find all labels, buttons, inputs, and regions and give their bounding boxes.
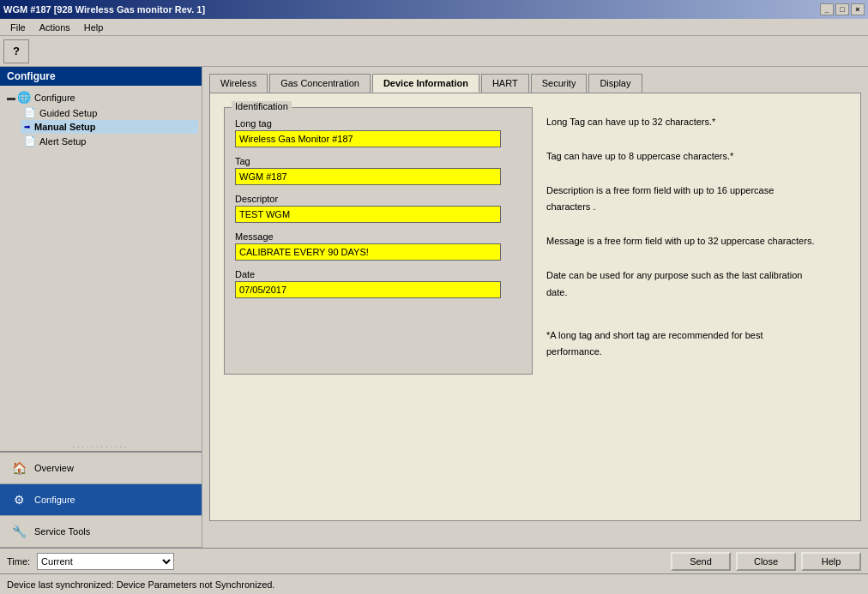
menu-bar: File Actions Help (0, 19, 868, 36)
close-button[interactable]: Close (736, 552, 796, 571)
long-tag-label: Long tag (235, 118, 521, 129)
maximize-btn[interactable]: □ (835, 3, 849, 15)
sidebar-tree: ▬ 🌐 Configure 📄 Guided Setup ➡ Manual Se… (0, 86, 202, 439)
tree-guided-setup-label: Guided Setup (39, 108, 97, 118)
bottom-bar: Time: Current Send Close Help (0, 548, 868, 573)
tree-expand-icon: ▬ (7, 93, 15, 102)
window-controls[interactable]: _ □ × (820, 3, 865, 15)
time-label: Time: (7, 556, 30, 567)
main-container: Configure ▬ 🌐 Configure 📄 Guided Setup ➡… (0, 67, 868, 548)
time-select[interactable]: Current (37, 553, 174, 570)
tab-wireless[interactable]: Wireless (209, 74, 268, 93)
tab-bar: Wireless Gas Concentration Device Inform… (209, 74, 861, 93)
menu-help[interactable]: Help (77, 21, 111, 34)
help-long-tag: Long Tag can have up to 32 characters.* (546, 114, 816, 131)
tree-manual-setup[interactable]: ➡ Manual Setup (21, 120, 198, 134)
tab-panel-device-info: Identification Long tag Tag Descriptor (209, 93, 861, 521)
minimize-btn[interactable]: _ (820, 3, 834, 15)
sidebar: Configure ▬ 🌐 Configure 📄 Guided Setup ➡… (0, 67, 202, 548)
tree-root[interactable]: ▬ 🌐 Configure (3, 89, 198, 105)
help-text-area: Long Tag can have up to 32 characters.* … (533, 107, 829, 385)
help-date: Date can be used for any purpose such as… (546, 267, 816, 302)
message-row: Message (235, 231, 521, 261)
message-input[interactable] (235, 243, 501, 261)
help-tag: Tag can have up to 8 uppercase character… (546, 148, 816, 165)
help-descriptor: Description is a free form field with up… (546, 183, 816, 217)
menu-actions[interactable]: Actions (33, 21, 77, 34)
toolbar: ? (0, 36, 868, 67)
group-box-title: Identification (232, 101, 292, 111)
date-label: Date (235, 269, 521, 279)
tab-hart[interactable]: HART (481, 74, 529, 93)
long-tag-input[interactable] (235, 130, 501, 147)
tag-row: Tag (235, 156, 521, 185)
tree-children: 📄 Guided Setup ➡ Manual Setup 📄 Alert Se… (3, 105, 198, 148)
bottom-buttons: Send Close Help (671, 552, 861, 571)
tab-device-information[interactable]: Device Information (372, 74, 479, 93)
descriptor-row: Descriptor (235, 194, 521, 223)
tree-guided-setup[interactable]: 📄 Guided Setup (21, 105, 198, 120)
tree-root-label: Configure (34, 93, 75, 103)
status-text: Device last synchronized: Device Paramet… (7, 579, 274, 590)
date-row: Date (235, 269, 521, 298)
sidebar-nav: 🏠 Overview ⚙ Configure 🔧 Service Tools (0, 451, 202, 548)
sidebar-nav-configure[interactable]: ⚙ Configure (0, 484, 202, 516)
window-title: WGM #187 [928 Wireless Gas monitor Rev. … (3, 4, 205, 15)
menu-file[interactable]: File (3, 21, 33, 34)
help-note: *A long tag and short tag are recommende… (546, 327, 816, 362)
nav-configure-label: Configure (34, 495, 75, 505)
help-toolbar-btn[interactable]: ? (3, 39, 29, 63)
nav-overview-label: Overview (34, 463, 74, 473)
identification-group: Identification Long tag Tag Descriptor (224, 107, 533, 375)
descriptor-input[interactable] (235, 206, 501, 223)
panel-content: Identification Long tag Tag Descriptor (224, 107, 847, 385)
descriptor-label: Descriptor (235, 194, 521, 204)
tab-display[interactable]: Display (588, 74, 642, 93)
help-button[interactable]: Help (801, 552, 861, 571)
close-btn[interactable]: × (851, 3, 865, 15)
tab-security[interactable]: Security (531, 74, 588, 93)
tree-manual-setup-label: Manual Setup (34, 122, 96, 132)
overview-icon: 🏠 (10, 459, 27, 477)
configure-icon: ⚙ (10, 491, 27, 508)
long-tag-row: Long tag (235, 118, 521, 147)
tree-alert-setup-label: Alert Setup (39, 136, 86, 147)
sidebar-title: Configure (0, 67, 202, 86)
service-tools-icon: 🔧 (10, 523, 27, 540)
tag-input[interactable] (235, 168, 501, 185)
nav-service-tools-label: Service Tools (34, 526, 90, 537)
send-button[interactable]: Send (671, 552, 731, 571)
manual-setup-arrow-icon: ➡ (24, 123, 31, 131)
tab-gas-concentration[interactable]: Gas Concentration (269, 74, 371, 93)
title-bar: WGM #187 [928 Wireless Gas monitor Rev. … (0, 0, 868, 19)
content-area: Wireless Gas Concentration Device Inform… (202, 67, 868, 548)
status-bar: Device last synchronized: Device Paramet… (0, 573, 868, 594)
sidebar-nav-overview[interactable]: 🏠 Overview (0, 453, 202, 484)
sidebar-nav-service-tools[interactable]: 🔧 Service Tools (0, 516, 202, 548)
help-message: Message is a free form field with up to … (546, 233, 816, 250)
tree-alert-setup[interactable]: 📄 Alert Setup (21, 134, 198, 148)
message-label: Message (235, 231, 521, 242)
tag-label: Tag (235, 156, 521, 166)
date-input[interactable] (235, 281, 501, 298)
